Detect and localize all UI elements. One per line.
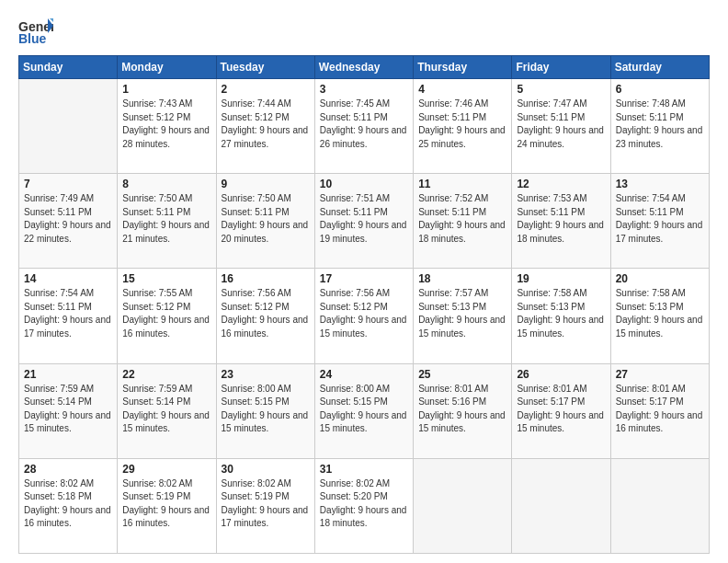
day-detail: Sunrise: 7:58 AMSunset: 5:13 PMDaylight:… <box>517 287 605 340</box>
day-number: 19 <box>517 272 605 285</box>
day-cell: 13Sunrise: 7:54 AMSunset: 5:11 PMDayligh… <box>610 174 709 269</box>
day-detail: Sunrise: 7:52 AMSunset: 5:11 PMDaylight:… <box>418 192 506 246</box>
logo: General Blue <box>18 17 53 46</box>
day-number: 21 <box>24 368 112 381</box>
day-cell: 4Sunrise: 7:46 AMSunset: 5:11 PMDaylight… <box>414 79 512 174</box>
weekday-header-tuesday: Tuesday <box>216 56 314 79</box>
day-number: 7 <box>24 178 112 190</box>
svg-text:Blue: Blue <box>18 31 47 46</box>
day-number: 30 <box>222 463 310 476</box>
day-number: 3 <box>320 83 408 96</box>
day-detail: Sunrise: 7:58 AMSunset: 5:13 PMDaylight:… <box>616 287 704 340</box>
day-cell: 26Sunrise: 8:01 AMSunset: 5:17 PMDayligh… <box>512 363 610 458</box>
day-cell: 2Sunrise: 7:44 AMSunset: 5:12 PMDaylight… <box>216 79 314 174</box>
day-number: 9 <box>222 178 310 190</box>
day-detail: Sunrise: 8:01 AMSunset: 5:17 PMDaylight:… <box>517 383 605 436</box>
day-cell <box>19 79 118 174</box>
day-cell: 16Sunrise: 7:56 AMSunset: 5:12 PMDayligh… <box>216 269 314 363</box>
week-row-2: 7Sunrise: 7:49 AMSunset: 5:11 PMDaylight… <box>19 174 710 269</box>
day-cell: 6Sunrise: 7:48 AMSunset: 5:11 PMDaylight… <box>610 79 709 174</box>
day-detail: Sunrise: 8:00 AMSunset: 5:15 PMDaylight:… <box>320 383 408 436</box>
day-number: 25 <box>418 368 506 381</box>
day-cell: 8Sunrise: 7:50 AMSunset: 5:11 PMDaylight… <box>118 174 216 269</box>
weekday-header-sunday: Sunday <box>19 56 118 79</box>
day-detail: Sunrise: 8:02 AMSunset: 5:19 PMDaylight:… <box>122 477 210 531</box>
weekday-header-monday: Monday <box>118 56 216 79</box>
week-row-3: 14Sunrise: 7:54 AMSunset: 5:11 PMDayligh… <box>19 269 710 363</box>
page: General Blue SundayMondayTuesdayWednesda… <box>0 0 728 563</box>
day-detail: Sunrise: 8:02 AMSunset: 5:19 PMDaylight:… <box>222 477 310 531</box>
day-number: 4 <box>418 83 506 96</box>
day-number: 12 <box>517 178 605 190</box>
day-number: 11 <box>418 178 506 190</box>
day-number: 27 <box>616 368 704 381</box>
day-number: 20 <box>616 272 704 285</box>
header: General Blue <box>18 17 710 46</box>
day-cell: 21Sunrise: 7:59 AMSunset: 5:14 PMDayligh… <box>19 363 118 458</box>
day-number: 18 <box>418 272 506 285</box>
day-cell: 12Sunrise: 7:53 AMSunset: 5:11 PMDayligh… <box>512 174 610 269</box>
day-cell <box>610 458 709 553</box>
day-cell: 19Sunrise: 7:58 AMSunset: 5:13 PMDayligh… <box>512 269 610 363</box>
day-cell: 5Sunrise: 7:47 AMSunset: 5:11 PMDaylight… <box>512 79 610 174</box>
weekday-header-friday: Friday <box>512 56 610 79</box>
day-detail: Sunrise: 7:59 AMSunset: 5:14 PMDaylight:… <box>122 383 210 436</box>
day-detail: Sunrise: 7:56 AMSunset: 5:12 PMDaylight:… <box>320 287 408 340</box>
day-number: 1 <box>122 83 210 96</box>
day-cell: 1Sunrise: 7:43 AMSunset: 5:12 PMDaylight… <box>118 79 216 174</box>
day-cell: 17Sunrise: 7:56 AMSunset: 5:12 PMDayligh… <box>314 269 413 363</box>
day-detail: Sunrise: 8:01 AMSunset: 5:16 PMDaylight:… <box>418 383 506 436</box>
day-cell: 24Sunrise: 8:00 AMSunset: 5:15 PMDayligh… <box>314 363 413 458</box>
weekday-header-saturday: Saturday <box>610 56 709 79</box>
day-detail: Sunrise: 7:50 AMSunset: 5:11 PMDaylight:… <box>222 192 310 246</box>
day-number: 23 <box>222 368 310 381</box>
day-cell: 23Sunrise: 8:00 AMSunset: 5:15 PMDayligh… <box>216 363 314 458</box>
day-cell: 28Sunrise: 8:02 AMSunset: 5:18 PMDayligh… <box>19 458 118 553</box>
day-detail: Sunrise: 8:01 AMSunset: 5:17 PMDaylight:… <box>616 383 704 436</box>
day-detail: Sunrise: 7:59 AMSunset: 5:14 PMDaylight:… <box>24 383 112 436</box>
day-detail: Sunrise: 8:00 AMSunset: 5:15 PMDaylight:… <box>222 383 310 436</box>
day-number: 17 <box>320 272 408 285</box>
day-number: 6 <box>616 83 704 96</box>
weekday-header-row: SundayMondayTuesdayWednesdayThursdayFrid… <box>19 56 710 79</box>
day-cell: 14Sunrise: 7:54 AMSunset: 5:11 PMDayligh… <box>19 269 118 363</box>
day-detail: Sunrise: 7:51 AMSunset: 5:11 PMDaylight:… <box>320 192 408 246</box>
day-number: 26 <box>517 368 605 381</box>
day-detail: Sunrise: 7:49 AMSunset: 5:11 PMDaylight:… <box>24 192 112 246</box>
day-number: 22 <box>122 368 210 381</box>
day-number: 28 <box>24 463 112 476</box>
day-number: 31 <box>320 463 408 476</box>
logo-icon: General Blue <box>18 17 53 46</box>
calendar-table: SundayMondayTuesdayWednesdayThursdayFrid… <box>18 55 710 554</box>
day-number: 10 <box>320 178 408 190</box>
day-number: 15 <box>122 272 210 285</box>
weekday-header-thursday: Thursday <box>414 56 512 79</box>
day-detail: Sunrise: 7:54 AMSunset: 5:11 PMDaylight:… <box>616 192 704 246</box>
day-cell: 3Sunrise: 7:45 AMSunset: 5:11 PMDaylight… <box>314 79 413 174</box>
day-detail: Sunrise: 7:46 AMSunset: 5:11 PMDaylight:… <box>418 98 506 151</box>
week-row-1: 1Sunrise: 7:43 AMSunset: 5:12 PMDaylight… <box>19 79 710 174</box>
day-detail: Sunrise: 8:02 AMSunset: 5:20 PMDaylight:… <box>320 477 408 531</box>
day-cell: 7Sunrise: 7:49 AMSunset: 5:11 PMDaylight… <box>19 174 118 269</box>
day-number: 8 <box>122 178 210 190</box>
day-detail: Sunrise: 7:48 AMSunset: 5:11 PMDaylight:… <box>616 98 704 151</box>
day-detail: Sunrise: 8:02 AMSunset: 5:18 PMDaylight:… <box>24 477 112 531</box>
day-detail: Sunrise: 7:54 AMSunset: 5:11 PMDaylight:… <box>24 287 112 340</box>
day-cell: 29Sunrise: 8:02 AMSunset: 5:19 PMDayligh… <box>118 458 216 553</box>
day-number: 29 <box>122 463 210 476</box>
day-detail: Sunrise: 7:45 AMSunset: 5:11 PMDaylight:… <box>320 98 408 151</box>
weekday-header-wednesday: Wednesday <box>314 56 413 79</box>
day-detail: Sunrise: 7:43 AMSunset: 5:12 PMDaylight:… <box>122 98 210 151</box>
day-detail: Sunrise: 7:55 AMSunset: 5:12 PMDaylight:… <box>122 287 210 340</box>
day-detail: Sunrise: 7:44 AMSunset: 5:12 PMDaylight:… <box>222 98 310 151</box>
day-number: 2 <box>222 83 310 96</box>
day-cell: 31Sunrise: 8:02 AMSunset: 5:20 PMDayligh… <box>314 458 413 553</box>
day-cell <box>414 458 512 553</box>
week-row-4: 21Sunrise: 7:59 AMSunset: 5:14 PMDayligh… <box>19 363 710 458</box>
day-detail: Sunrise: 7:47 AMSunset: 5:11 PMDaylight:… <box>517 98 605 151</box>
day-cell: 15Sunrise: 7:55 AMSunset: 5:12 PMDayligh… <box>118 269 216 363</box>
day-cell: 10Sunrise: 7:51 AMSunset: 5:11 PMDayligh… <box>314 174 413 269</box>
day-detail: Sunrise: 7:53 AMSunset: 5:11 PMDaylight:… <box>517 192 605 246</box>
day-cell: 25Sunrise: 8:01 AMSunset: 5:16 PMDayligh… <box>414 363 512 458</box>
day-cell: 20Sunrise: 7:58 AMSunset: 5:13 PMDayligh… <box>610 269 709 363</box>
